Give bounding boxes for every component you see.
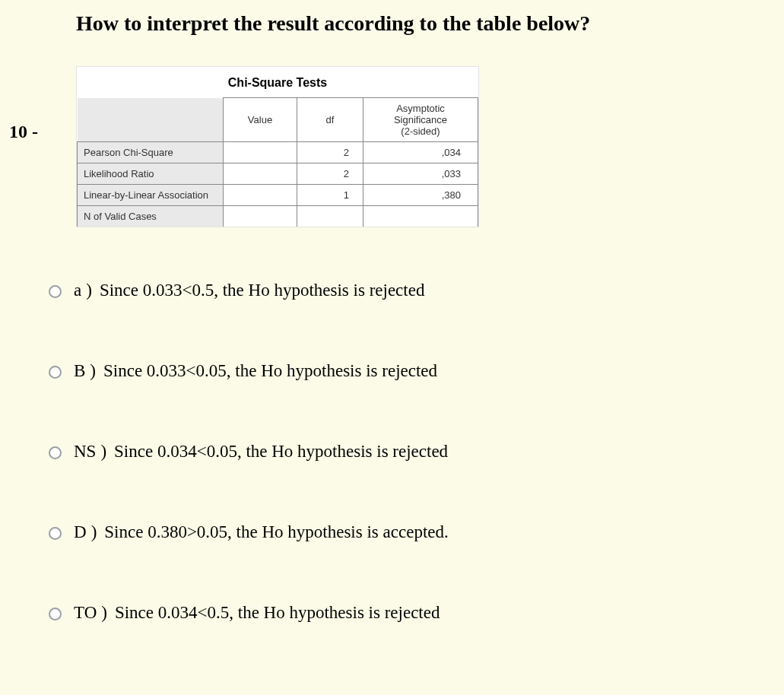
option-ns[interactable]: NS ) Since 0.034<0.05, the Ho hypothesis… [76,442,784,462]
option-b[interactable]: B ) Since 0.033<0.05, the Ho hypothesis … [76,361,784,381]
chi-square-data-table: Value df AsymptoticSignificance(2-sided)… [77,97,478,227]
row-label: Pearson Chi-Square [78,142,224,163]
cell-sig: ,034 [363,142,478,163]
option-radio[interactable] [49,446,62,459]
option-letter: TO [74,603,97,623]
cell-df: 2 [297,163,363,185]
chi-square-table: Chi-Square Tests Value df AsymptoticSign… [76,66,479,227]
option-to[interactable]: TO ) Since 0.034<0.5, the Ho hypothesis … [76,603,784,623]
cell-df: 2 [297,142,363,163]
header-empty [78,98,224,142]
header-value: Value [224,98,297,142]
option-paren: ) [101,603,107,623]
cell-sig [363,206,478,227]
option-text: Since 0.033<0.5, the Ho hypothesis is re… [100,281,425,300]
table-row: N of Valid Cases [78,206,478,227]
question-title: How to interpret the result according to… [0,0,784,36]
option-text: Since 0.034<0.05, the Ho hypothesis is r… [114,442,448,462]
table-title: Chi-Square Tests [77,67,478,97]
table-header-row: Value df AsymptoticSignificance(2-sided) [78,98,478,142]
option-letter: a [74,281,81,300]
option-paren: ) [91,522,97,542]
option-d[interactable]: D ) Since 0.380>0.05, the Ho hypothesis … [76,522,784,542]
row-label: N of Valid Cases [78,206,224,227]
cell-value [224,185,297,206]
table-row: Likelihood Ratio 2 ,033 [78,163,478,185]
option-paren: ) [90,361,96,381]
option-radio[interactable] [49,527,62,540]
option-radio[interactable] [49,285,62,298]
cell-df [297,206,363,227]
option-text: Since 0.033<0.05, the Ho hypothesis is r… [103,361,437,381]
option-letter: NS [74,442,96,462]
option-paren: ) [100,442,106,462]
cell-value [224,142,297,163]
cell-sig: ,380 [363,185,478,206]
table-row: Linear-by-Linear Association 1 ,380 [78,185,478,206]
header-df: df [297,98,363,142]
option-paren: ) [86,281,92,300]
cell-value [224,163,297,185]
option-a[interactable]: a ) Since 0.033<0.5, the Ho hypothesis i… [76,281,784,300]
cell-value [224,206,297,227]
option-text: Since 0.380>0.05, the Ho hypothesis is a… [104,522,448,542]
option-radio[interactable] [49,608,62,620]
option-letter: D [74,522,87,542]
cell-sig: ,033 [363,163,478,185]
header-sig: AsymptoticSignificance(2-sided) [363,98,478,142]
cell-df: 1 [297,185,363,206]
option-letter: B [74,361,85,381]
row-label: Likelihood Ratio [78,163,224,185]
question-number: 10 - [9,122,38,142]
table-row: Pearson Chi-Square 2 ,034 [78,142,478,163]
option-text: Since 0.034<0.5, the Ho hypothesis is re… [115,603,440,623]
row-label: Linear-by-Linear Association [78,185,224,206]
options-list: a ) Since 0.033<0.5, the Ho hypothesis i… [76,281,784,623]
option-radio[interactable] [49,366,62,379]
